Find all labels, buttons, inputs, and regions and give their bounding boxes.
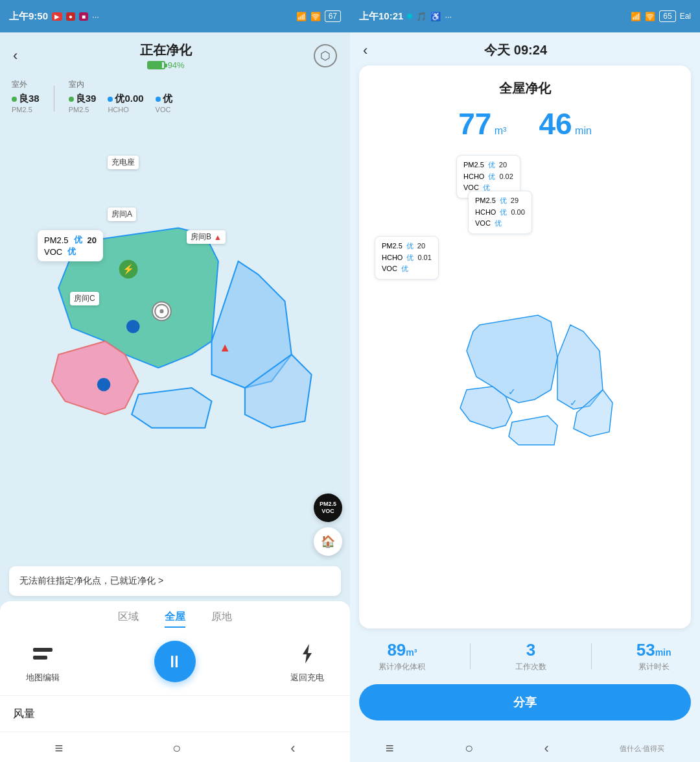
nav-back-left[interactable]: ‹ [290,740,295,757]
map-container: ⚡ ▲ 充电座 房间A 房间B ▲ 房间C PM2.5 优 20 VOC 优 [5,120,345,556]
back-button-right[interactable]: ‹ [363,42,368,59]
mode-tabs: 区域 全屋 原地 [0,601,350,633]
indoor-voc-val: 优 [163,93,172,105]
stat-volume: 77 m³ [458,106,506,141]
charge-control[interactable]: 返回充电 [290,639,324,684]
indoor-voc-label: VOC [156,106,172,113]
more-dots-right: ··· [445,12,452,21]
app-icon-2: ● [66,12,75,21]
outdoor-section: 室外 良38 PM2.5 [12,79,40,113]
svg-point-7 [159,309,163,313]
indoor-voc-dot [156,97,161,102]
svg-text:⚡: ⚡ [122,263,134,275]
indoor-label: 室内 [69,79,172,90]
left-panel: 上午9:50 ▶ ● ■ ··· 📶 🛜 67 ‹ 正在净化 94% ⬡ [0,0,350,762]
indoor-hcho-val: 优0.00 [115,93,143,105]
outdoor-items: 良38 PM2.5 [12,93,40,113]
signal-icon-right: 📶 [631,12,641,21]
outdoor-label: 室外 [12,79,40,90]
outdoor-dot [12,97,17,102]
right-header: ‹ 今天 09:24 [350,32,700,65]
share-button[interactable]: 分享 [359,684,691,720]
nav-home-right[interactable]: ○ [465,740,473,757]
tab-whole-house[interactable]: 全屋 [165,610,185,628]
back-button-left[interactable]: ‹ [13,47,18,64]
status-bar-left: 上午9:50 ▶ ● ■ ··· 📶 🛜 67 [0,0,350,32]
battery-icon-right: 65 [659,10,675,22]
nav-home-left[interactable]: ○ [172,740,181,757]
alert-text: 无法前往指定净化点，已就近净化 > [19,575,163,587]
svg-point-12 [97,378,111,392]
tab-area[interactable]: 区域 [118,610,139,628]
home-btn[interactable]: 🏠 [314,527,342,556]
blue-dot [407,14,412,19]
svg-text:▲: ▲ [219,340,231,354]
indoor-pm25-dot [69,97,74,102]
map-edit-icon [30,641,55,666]
accessibility-icon: ♿ [430,12,441,21]
title-wrap-left: 正在净化 94% [140,42,192,70]
svg-marker-15 [303,644,312,663]
fan-label: 风量 [13,708,35,720]
alert-message[interactable]: 无法前往指定净化点，已就近净化 > [9,566,341,596]
map-edit-icon-wrap [29,639,57,668]
more-dots-left: ··· [92,12,99,21]
stats-row: 77 m³ 46 min [372,106,678,141]
overlay-buttons: PM2.5VOC 🏠 [314,494,342,556]
info-voc-label: VOC [44,247,62,257]
summary-divider-1 [470,643,471,669]
pm25-voc-toggle[interactable]: PM2.5VOC [314,494,342,522]
stat-time-val: 46 [539,107,572,141]
room-label-c: 房间C [70,292,99,305]
report-map-svg: ✓ ✓ [372,312,678,455]
report-map-wrap: ✓ ✓ PM2.5优20 HCHO优0.02 VOC优 PM2.5优29 HCH… [372,152,678,614]
settings-icon[interactable]: ⬡ [314,44,337,67]
report-info-3: PM2.5优20 HCHO优0.01 VOC优 [375,236,439,280]
room-label-charging: 充电座 [108,156,139,169]
control-bar: 地图编辑 ⏸ 返回充电 [0,633,350,695]
svg-rect-13 [33,648,52,652]
svg-marker-4 [132,388,211,428]
status-bar-right: 上午10:21 🎵 ♿ ··· 📶 🛜 65 Eal [350,0,700,32]
battery-info: 94% [140,60,192,70]
stat-volume-val: 77 [458,107,491,141]
room-label-b: 房间B ▲ [187,230,226,244]
app-icon-3: ■ [79,12,88,21]
info-pm25-val: 20 [88,235,97,245]
summary-count-label: 工作次数 [515,661,546,673]
nav-menu-left[interactable]: ≡ [54,740,63,757]
lightning-icon [295,641,320,666]
report-title: 全屋净化 [372,80,678,97]
report-card: 全屋净化 77 m³ 46 min ✓ ✓ [359,65,691,628]
indoor-hcho-dot [108,97,113,102]
bottom-nav-right: ≡ ○ ‹ 值什么·值得买 [350,732,700,762]
time-right: 上午10:21 [359,10,403,23]
right-status-icons: 📶 🛜 67 [296,10,341,22]
svg-rect-14 [33,656,47,660]
nav-menu-right[interactable]: ≡ [386,740,394,757]
indoor-pm25: 良39 PM2.5 [69,93,97,113]
indoor-items: 良39 PM2.5 优0.00 HCHO 优 VOC [69,93,172,113]
watermark: 值什么·值得买 [620,744,664,754]
nav-back-right[interactable]: ‹ [544,740,549,757]
aq-divider [54,86,54,112]
bottom-nav-left: ≡ ○ ‹ [0,732,350,762]
stat-time: 46 min [539,106,591,141]
battery-icon-left: 67 [325,10,341,22]
summary-duration-val: 53min [636,640,671,660]
summary-count: 3 工作次数 [515,640,546,673]
indoor-hcho-label: HCHO [108,106,143,113]
summary-duration: 53min 累计时长 [636,640,671,673]
page-title-left: 正在净化 [140,42,192,59]
outdoor-pm25-label: PM2.5 [12,106,40,113]
wifi-icon-right: 🛜 [645,12,655,21]
map-edit-control[interactable]: 地图编辑 [26,639,60,684]
pause-button[interactable]: ⏸ [154,641,196,682]
tab-in-place[interactable]: 原地 [211,610,232,628]
outdoor-pm25: 良38 PM2.5 [12,93,40,113]
charge-icon-wrap [293,639,321,668]
stat-time-unit: min [575,125,592,136]
summary-divider-2 [591,643,592,669]
eal-label: Eal [680,12,691,21]
indoor-pm25-val: 良39 [76,93,97,105]
